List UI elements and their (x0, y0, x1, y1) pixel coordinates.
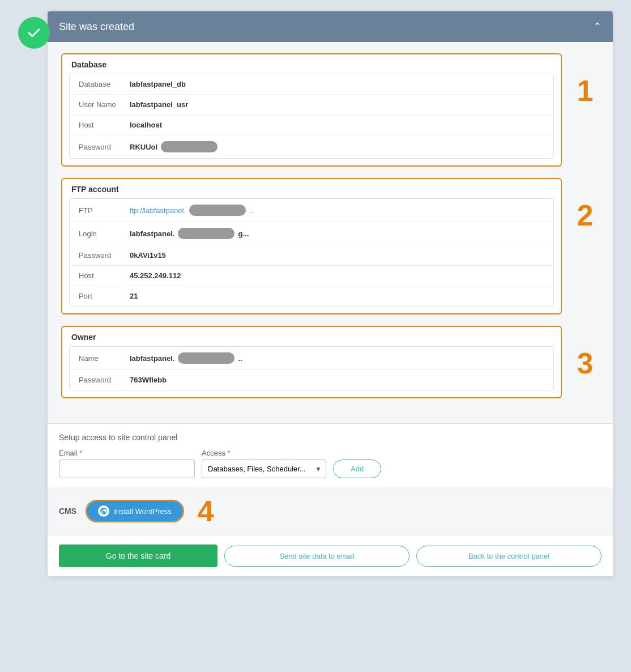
owner-blur (178, 352, 235, 364)
install-wordpress-button[interactable]: Install WordPress (87, 501, 183, 521)
cms-section: CMS Install WordPress 4 (48, 487, 613, 535)
db-database-value: labfastpanel_db (130, 80, 186, 88)
ftp-host-label: Host (79, 271, 130, 280)
owner-section-box: Owner Name labfastpanel... Password 763W… (61, 326, 562, 398)
ftp-blur-2 (178, 228, 235, 239)
back-panel-button[interactable]: Back to the control panel (416, 546, 602, 567)
ftp-login-label: Login (79, 229, 130, 238)
table-row: Name labfastpanel... (70, 347, 553, 370)
step-1-number: 1 (571, 53, 599, 105)
add-button[interactable]: Add (333, 460, 381, 478)
ftp-port-label: Port (79, 292, 130, 300)
send-email-button[interactable]: Send site data to email (224, 546, 410, 567)
email-input[interactable] (59, 460, 195, 478)
database-section-box: Database Database labfastpanel_db User N… (61, 53, 562, 167)
ftp-login-value: labfastpanel.g... (130, 228, 249, 239)
table-row: Password 763Wflebb (70, 370, 553, 390)
access-select-wrapper: Databases, Files, Scheduler... ▼ (202, 460, 326, 478)
success-icon (18, 17, 50, 49)
owner-section-title: Owner (62, 327, 561, 346)
database-inner: Database labfastpanel_db User Name labfa… (69, 74, 554, 159)
owner-section-wrapper: Owner Name labfastpanel... Password 763W… (61, 326, 599, 398)
database-section-wrapper: Database Database labfastpanel_db User N… (61, 53, 599, 167)
ftp-section-title: FTP account (62, 179, 561, 198)
email-field-group: Email * (59, 449, 195, 478)
collapse-icon[interactable]: ⌃ (593, 20, 602, 33)
db-host-label: Host (79, 121, 130, 129)
table-row: Port 21 (70, 286, 553, 306)
owner-inner: Name labfastpanel... Password 763Wflebb (69, 346, 554, 390)
access-label: Access * (202, 449, 326, 457)
db-password-value: RKUUol (130, 141, 218, 152)
ftp-host-value: 45.252.249.112 (130, 271, 181, 280)
table-row: FTP ftp://labfastpanel... (70, 199, 553, 222)
card-header: Site was created ⌃ (48, 11, 613, 42)
main-card: Site was created ⌃ Database Database lab… (48, 11, 613, 576)
email-label: Email * (59, 449, 195, 457)
email-required: * (79, 449, 82, 457)
wordpress-icon (98, 505, 109, 517)
ftp-inner: FTP ftp://labfastpanel... Login labfastp… (69, 198, 554, 307)
db-password-label: Password (79, 143, 130, 151)
access-required: * (228, 449, 231, 457)
setup-fields: Email * Access * Databases, Files, Sched… (59, 449, 602, 478)
table-row: Host localhost (70, 115, 553, 135)
site-card-button[interactable]: Go to the site card (59, 545, 218, 567)
ftp-password-label: Password (79, 251, 130, 260)
table-row: Host 45.252.249.112 (70, 266, 553, 286)
owner-password-value: 763Wflebb (130, 376, 167, 384)
db-username-label: User Name (79, 100, 130, 109)
setup-section: Setup access to site control panel Email… (48, 423, 613, 487)
step-4-number: 4 (198, 496, 214, 526)
bottom-buttons: Go to the site card Send site data to em… (48, 535, 613, 576)
db-username-value: labfastpanel_usr (130, 100, 188, 109)
page-wrapper: Site was created ⌃ Database Database lab… (18, 11, 613, 576)
card-body: Database Database labfastpanel_db User N… (48, 42, 613, 423)
owner-password-label: Password (79, 376, 130, 384)
step-2-number: 2 (571, 178, 599, 230)
install-wp-label: Install WordPress (114, 507, 172, 516)
database-section-title: Database (62, 54, 561, 74)
ftp-section-box: FTP account FTP ftp://labfastpanel... Lo… (61, 178, 562, 314)
table-row: Password RKUUol (70, 135, 553, 158)
card-title: Site was created (59, 21, 134, 33)
cms-box: Install WordPress (86, 500, 184, 522)
ftp-section-wrapper: FTP account FTP ftp://labfastpanel... Lo… (61, 178, 599, 314)
table-row: Database labfastpanel_db (70, 74, 553, 95)
ftp-blur-1 (189, 205, 246, 216)
password-blur (161, 141, 218, 152)
step-3-number: 3 (571, 326, 599, 378)
ftp-port-value: 21 (130, 292, 138, 300)
owner-name-label: Name (79, 354, 130, 363)
db-database-label: Database (79, 80, 130, 88)
ftp-ftp-label: FTP (79, 206, 130, 215)
table-row: Password 0kAVi1v15 (70, 245, 553, 266)
ftp-ftp-value: ftp://labfastpanel... (130, 205, 253, 216)
owner-name-value: labfastpanel... (130, 352, 242, 364)
table-row: Login labfastpanel.g... (70, 222, 553, 245)
table-row: User Name labfastpanel_usr (70, 95, 553, 115)
setup-title: Setup access to site control panel (59, 433, 602, 442)
cms-label: CMS (59, 507, 76, 516)
ftp-password-value: 0kAVi1v15 (130, 251, 166, 260)
access-field-group: Access * Databases, Files, Scheduler... … (202, 449, 326, 478)
access-select[interactable]: Databases, Files, Scheduler... (202, 460, 326, 478)
db-host-value: localhost (130, 121, 162, 129)
